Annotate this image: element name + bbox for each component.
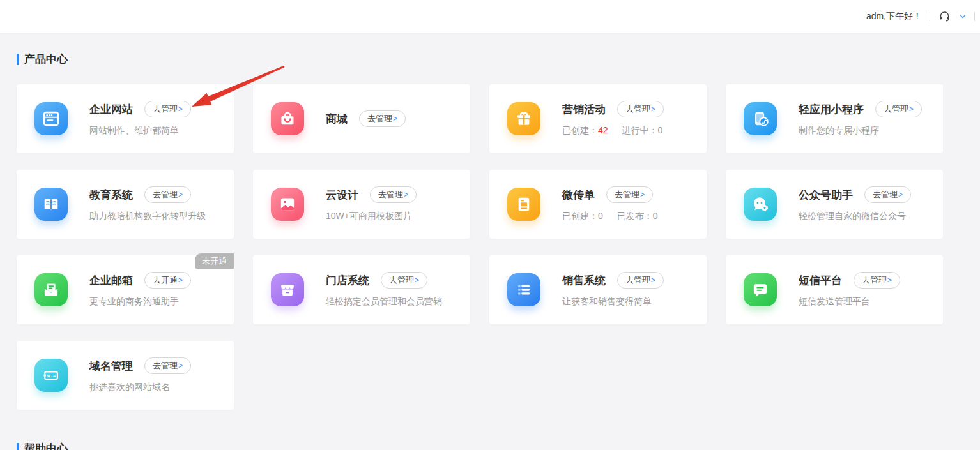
product-title: 教育系统 xyxy=(89,188,133,202)
list-icon xyxy=(507,273,540,306)
product-desc: 助力教培机构数字化转型升级 xyxy=(89,211,206,222)
product-grid: 企业网站 去管理> 网站制作、维护都简单 商城 去管理> 营销活动 去管理> xyxy=(17,84,943,410)
miniprogram-phone-icon xyxy=(744,102,777,135)
manage-button[interactable]: 去管理> xyxy=(144,357,191,374)
button-arrow: > xyxy=(404,191,408,199)
button-arrow: > xyxy=(393,115,397,123)
button-arrow: > xyxy=(178,362,183,370)
button-arrow: > xyxy=(909,105,914,113)
product-card[interactable]: 短信平台 去管理> 短信发送管理平台 xyxy=(726,255,943,324)
product-desc: 网站制作、维护都简单 xyxy=(89,125,191,137)
product-desc: 更专业的商务沟通助手 xyxy=(89,296,191,308)
product-title: 微传单 xyxy=(562,188,595,202)
product-card[interactable]: 门店系统 去管理> 轻松搞定会员管理和会员营销 xyxy=(253,255,470,324)
manage-button[interactable]: 去开通> xyxy=(144,272,191,289)
product-card[interactable]: 云设计 去管理> 10W+可商用模板图片 xyxy=(253,170,470,239)
status-badge: 未开通 xyxy=(195,253,234,269)
manage-button[interactable]: 去管理> xyxy=(370,186,417,203)
button-arrow: > xyxy=(887,276,892,284)
product-card[interactable]: 销售系统 去管理> 让获客和销售变得简单 xyxy=(489,255,707,324)
product-title: 门店系统 xyxy=(326,273,369,288)
product-stats: 已创建：0已发布：0 xyxy=(562,211,672,222)
product-title: 营销活动 xyxy=(562,102,606,117)
product-card[interactable]: w.= 域名管理 去管理> 挑选喜欢的网站域名 xyxy=(17,341,234,410)
manage-button[interactable]: 去管理> xyxy=(606,186,653,203)
product-desc: 挑选喜欢的网站域名 xyxy=(89,382,191,393)
manage-button[interactable]: 去管理> xyxy=(381,272,427,289)
product-card[interactable]: 未开通 企业邮箱 去开通> 更专业的商务沟通助手 xyxy=(17,255,234,324)
manage-button[interactable]: 去管理> xyxy=(359,110,406,127)
chevron-down-icon[interactable] xyxy=(959,13,967,20)
product-title: 企业邮箱 xyxy=(89,273,133,288)
product-title: 轻应用小程序 xyxy=(799,102,864,117)
product-desc: 让获客和销售变得简单 xyxy=(562,296,664,308)
product-title: 销售系统 xyxy=(562,273,606,288)
product-card[interactable]: 轻应用小程序 去管理> 制作您的专属小程序 xyxy=(726,84,943,153)
product-title: 企业网站 xyxy=(89,102,133,117)
user-greeting: adm,下午好！ xyxy=(866,11,922,22)
open-envelope-icon xyxy=(34,273,68,306)
manage-button[interactable]: 去管理> xyxy=(144,101,191,117)
open-book-icon xyxy=(34,188,68,221)
button-arrow: > xyxy=(651,105,655,113)
header-divider xyxy=(974,12,975,21)
product-card[interactable]: 微传单 去管理> 已创建：0已发布：0 xyxy=(489,170,707,239)
svg-text:w.=: w.= xyxy=(47,373,56,379)
help-section-label: 帮助中心 xyxy=(24,441,68,450)
product-desc: 短信发送管理平台 xyxy=(799,296,900,308)
product-title: 公众号助手 xyxy=(799,188,853,202)
message-bubble-icon xyxy=(744,273,777,306)
button-arrow: > xyxy=(178,191,183,199)
shopping-bag-icon xyxy=(271,102,304,135)
product-stats: 已创建：42进行中：0 xyxy=(562,125,677,137)
manage-button[interactable]: 去管理> xyxy=(617,272,664,289)
section-title-bar xyxy=(17,54,19,65)
product-card[interactable]: 营销活动 去管理> 已创建：42进行中：0 xyxy=(489,84,707,153)
headset-icon[interactable] xyxy=(938,10,951,23)
button-arrow: > xyxy=(640,191,645,199)
button-arrow: > xyxy=(178,105,183,113)
manage-button[interactable]: 去管理> xyxy=(864,186,911,203)
domain-tag-icon: w.= xyxy=(34,359,68,392)
manage-button[interactable]: 去管理> xyxy=(617,101,664,117)
top-header: adm,下午好！ xyxy=(0,0,980,33)
flyer-icon xyxy=(507,188,540,221)
page-content: 产品中心 企业网站 去管理> 网站制作、维护都简单 商城 去管理> xyxy=(0,52,980,450)
image-icon xyxy=(271,188,304,221)
product-desc: 轻松搞定会员管理和会员营销 xyxy=(326,296,442,308)
header-divider xyxy=(930,12,930,21)
product-card[interactable]: 企业网站 去管理> 网站制作、维护都简单 xyxy=(17,84,234,153)
manage-button[interactable]: 去管理> xyxy=(144,186,191,203)
product-desc: 制作您的专属小程序 xyxy=(799,125,922,137)
browser-window-icon xyxy=(34,102,68,135)
manage-button[interactable]: 去管理> xyxy=(854,272,900,289)
product-title: 域名管理 xyxy=(89,359,133,373)
button-arrow: > xyxy=(178,276,183,284)
button-arrow: > xyxy=(415,276,419,284)
product-desc: 10W+可商用模板图片 xyxy=(326,211,417,222)
wechat-gear-icon xyxy=(744,188,777,221)
section-title-bar xyxy=(17,443,19,450)
button-arrow: > xyxy=(898,191,903,199)
product-card[interactable]: 公众号助手 去管理> 轻松管理自家的微信公众号 xyxy=(726,170,943,239)
product-title: 商城 xyxy=(326,112,348,126)
product-card[interactable]: 商城 去管理> xyxy=(253,84,470,153)
product-title: 云设计 xyxy=(326,188,358,202)
product-desc: 轻松管理自家的微信公众号 xyxy=(799,211,911,222)
product-title: 短信平台 xyxy=(799,273,842,288)
manage-button[interactable]: 去管理> xyxy=(875,101,922,117)
gift-icon xyxy=(507,102,540,135)
button-arrow: > xyxy=(651,276,655,284)
product-card[interactable]: 教育系统 去管理> 助力教培机构数字化转型升级 xyxy=(17,170,234,239)
help-section-title: 帮助中心 xyxy=(17,441,943,450)
products-section-title: 产品中心 xyxy=(17,52,943,66)
storefront-icon xyxy=(271,273,304,306)
products-section-label: 产品中心 xyxy=(24,52,68,66)
